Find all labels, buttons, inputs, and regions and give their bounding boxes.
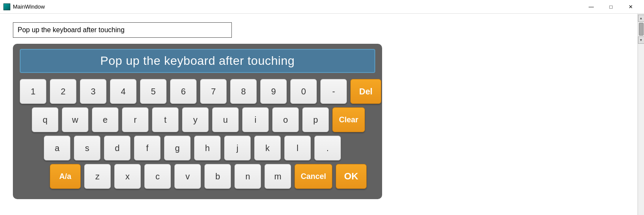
scrollbar[interactable]: ▲ ▼ xyxy=(638,14,644,215)
key-f[interactable]: f xyxy=(134,136,161,160)
app-icon xyxy=(3,3,10,10)
keyboard-container: Pop up the keyboard after touching 1 2 3… xyxy=(13,44,382,199)
key-h[interactable]: h xyxy=(194,136,221,160)
key-7[interactable]: 7 xyxy=(200,79,227,104)
key-6[interactable]: 6 xyxy=(170,79,197,104)
key-4[interactable]: 4 xyxy=(110,79,137,104)
key-shift[interactable]: A/a xyxy=(50,164,81,189)
title-bar-controls: — □ ✕ xyxy=(581,0,641,14)
window-title: MainWindow xyxy=(13,3,45,10)
close-button[interactable]: ✕ xyxy=(621,0,641,14)
scroll-up-arrow[interactable]: ▲ xyxy=(638,15,644,22)
key-m[interactable]: m xyxy=(264,164,291,189)
key-q[interactable]: q xyxy=(32,107,58,132)
key-p[interactable]: p xyxy=(302,107,329,132)
key-s[interactable]: s xyxy=(74,136,100,160)
key-c[interactable]: c xyxy=(144,164,171,189)
main-content: Pop up the keyboard after touching 1 2 3… xyxy=(0,14,644,215)
key-d[interactable]: d xyxy=(104,136,131,160)
key-3[interactable]: 3 xyxy=(80,79,106,104)
key-row-1: 1 2 3 4 5 6 7 8 9 0 - Del xyxy=(20,79,375,104)
key-k[interactable]: k xyxy=(254,136,281,160)
key-0[interactable]: 0 xyxy=(290,79,317,104)
title-bar-left: MainWindow xyxy=(3,3,45,10)
key-ok[interactable]: OK xyxy=(336,164,367,189)
key-l[interactable]: l xyxy=(284,136,311,160)
key-e[interactable]: e xyxy=(92,107,118,132)
restore-button[interactable]: □ xyxy=(601,0,621,14)
key-r[interactable]: r xyxy=(122,107,149,132)
key-del[interactable]: Del xyxy=(350,79,381,104)
key-t[interactable]: t xyxy=(152,107,179,132)
key-a[interactable]: a xyxy=(44,136,70,160)
key-period[interactable]: . xyxy=(314,136,341,160)
key-u[interactable]: u xyxy=(212,107,239,132)
key-b[interactable]: b xyxy=(204,164,231,189)
key-y[interactable]: y xyxy=(182,107,209,132)
key-z[interactable]: z xyxy=(84,164,111,189)
key-5[interactable]: 5 xyxy=(140,79,167,104)
key-o[interactable]: o xyxy=(272,107,299,132)
key-9[interactable]: 9 xyxy=(260,79,287,104)
key-1[interactable]: 1 xyxy=(20,79,46,104)
keyboard-display: Pop up the keyboard after touching xyxy=(20,49,375,73)
keyboard-display-text: Pop up the keyboard after touching xyxy=(100,54,295,67)
key-row-3: a s d f g h j k l . xyxy=(20,136,375,160)
key-i[interactable]: i xyxy=(242,107,269,132)
key-x[interactable]: x xyxy=(114,164,141,189)
key-dash[interactable]: - xyxy=(320,79,347,104)
scroll-thumb[interactable] xyxy=(639,23,644,36)
key-2[interactable]: 2 xyxy=(50,79,76,104)
key-g[interactable]: g xyxy=(164,136,191,160)
key-w[interactable]: w xyxy=(62,107,88,132)
key-row-4: A/a z x c v b n m Cancel OK xyxy=(20,164,375,189)
key-row-2: q w e r t y u i o p Clear xyxy=(20,107,375,132)
key-clear[interactable]: Clear xyxy=(332,107,365,132)
key-cancel[interactable]: Cancel xyxy=(295,164,332,189)
minimize-button[interactable]: — xyxy=(581,0,601,14)
key-n[interactable]: n xyxy=(234,164,261,189)
title-bar: MainWindow — □ ✕ xyxy=(0,0,644,14)
key-8[interactable]: 8 xyxy=(230,79,257,104)
key-j[interactable]: j xyxy=(224,136,251,160)
scroll-down-arrow[interactable]: ▼ xyxy=(638,36,644,44)
key-v[interactable]: v xyxy=(174,164,201,189)
text-input[interactable] xyxy=(13,22,232,38)
